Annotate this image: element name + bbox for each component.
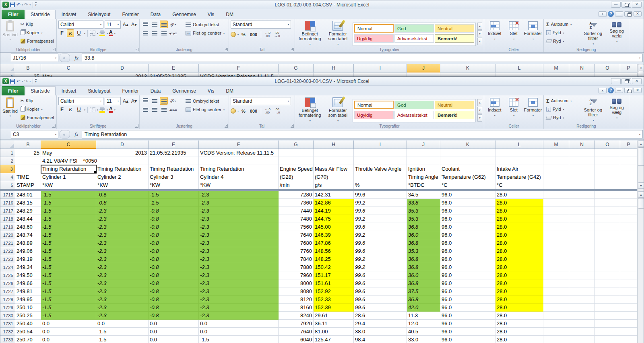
- cell-H5[interactable]: g/s: [314, 181, 354, 189]
- row-header-3[interactable]: 3: [0, 165, 15, 173]
- cell-D1726[interactable]: -2.3: [96, 279, 149, 287]
- cell-M1725[interactable]: [543, 271, 569, 279]
- cell-G1723[interactable]: 7840: [279, 255, 314, 263]
- cell-H1717[interactable]: 144.19: [314, 207, 354, 215]
- dialog-launcher-icon[interactable]: [52, 48, 56, 51]
- cell-I2[interactable]: [354, 157, 407, 165]
- cell-F1[interactable]: VCDS Version: Release 11.11.5: [199, 149, 279, 157]
- cell-B1723[interactable]: 249.19: [15, 255, 41, 263]
- cell-D1727[interactable]: -2.3: [96, 287, 149, 295]
- cell-N2[interactable]: [569, 157, 595, 165]
- chevron-down-icon[interactable]: ▾: [84, 32, 85, 35]
- cell-G1729[interactable]: 8160: [279, 304, 314, 312]
- cell-K1[interactable]: [440, 72, 495, 76]
- tab-gennemse[interactable]: Gennemse: [167, 86, 202, 95]
- cell-H1727[interactable]: 152.92: [314, 287, 354, 295]
- cell-L2[interactable]: [495, 157, 543, 165]
- cell-B1725[interactable]: 249.50: [15, 271, 41, 279]
- sort-filter-button[interactable]: Sorter og filtrer▾: [582, 97, 605, 122]
- gallery-down-button[interactable]: ▼: [477, 30, 482, 37]
- customize-qat-button[interactable]: ▾: [35, 2, 37, 7]
- cell-E1715[interactable]: -1.5: [149, 191, 199, 199]
- cell-O1729[interactable]: [595, 304, 620, 312]
- chevron-down-icon[interactable]: ▾: [107, 32, 108, 35]
- cut-button[interactable]: ✂Klip: [20, 97, 55, 105]
- dialog-launcher-icon[interactable]: [135, 124, 138, 128]
- cell-N1724[interactable]: [569, 263, 595, 271]
- undo-dropdown-icon[interactable]: ▾: [22, 80, 23, 83]
- insert-cells-button[interactable]: Indsæt▾: [486, 20, 504, 46]
- cell-O1722[interactable]: [595, 247, 620, 255]
- row-header-1718[interactable]: 1718: [0, 215, 15, 223]
- cell-L1730[interactable]: 28.0: [495, 312, 543, 320]
- tab-dm[interactable]: DM: [220, 10, 239, 19]
- cell-O1733[interactable]: [595, 336, 620, 343]
- cell-E1724[interactable]: -0.8: [149, 263, 199, 271]
- font-size-select[interactable]: 11▾: [105, 97, 121, 105]
- cell-C4[interactable]: Cylinder 1: [41, 173, 96, 181]
- column-header-G[interactable]: G: [279, 141, 314, 149]
- cell-O1732[interactable]: [595, 328, 620, 336]
- cell-P1718[interactable]: [620, 215, 637, 223]
- cell-C1728[interactable]: -1.5: [41, 295, 96, 304]
- column-header-P[interactable]: P: [620, 141, 637, 149]
- percent-style-button[interactable]: %: [240, 109, 247, 114]
- tab-gennemse[interactable]: Gennemse: [167, 10, 202, 19]
- cell-G1718[interactable]: 7480: [279, 215, 314, 223]
- cell-G1[interactable]: [279, 149, 314, 157]
- dialog-launcher-icon[interactable]: [52, 124, 56, 128]
- cell-M4[interactable]: [543, 173, 569, 181]
- cell-H1720[interactable]: 146.39: [314, 231, 354, 239]
- cell-O1718[interactable]: [595, 215, 620, 223]
- chevron-down-icon[interactable]: ▾: [107, 108, 108, 111]
- cell-K3[interactable]: Coolant: [440, 165, 495, 173]
- cell-N1725[interactable]: [569, 271, 595, 279]
- cell-F1731[interactable]: 0.0: [199, 320, 279, 328]
- cell-P1719[interactable]: [620, 223, 637, 231]
- close-button[interactable]: ✕: [632, 2, 642, 8]
- cell-D1715[interactable]: -0.8: [96, 191, 149, 199]
- chevron-down-icon[interactable]: ▾: [237, 33, 239, 36]
- percent-style-button[interactable]: %: [240, 32, 247, 37]
- cell-L1733[interactable]: 28.0: [495, 336, 543, 343]
- find-select-button[interactable]: Søg og vælg▾: [606, 97, 627, 122]
- cell-O1725[interactable]: [595, 271, 620, 279]
- cell-C3[interactable]: Timing Retardation: [41, 165, 96, 173]
- cell-style-normal[interactable]: Normal: [354, 101, 394, 109]
- cell-F1720[interactable]: -2.3: [199, 231, 279, 239]
- format-cells-button[interactable]: Formater▾: [524, 20, 542, 46]
- close-button[interactable]: ✕: [632, 78, 642, 84]
- cell-J1718[interactable]: 35.3: [407, 215, 440, 223]
- cell-K1732[interactable]: 96.0: [440, 328, 495, 336]
- cell-L5[interactable]: °C: [495, 181, 543, 189]
- borders-icon[interactable]: [90, 107, 95, 112]
- tab-vis[interactable]: Vis: [202, 86, 220, 95]
- cell-B1730[interactable]: 250.25: [15, 312, 41, 320]
- formula-input[interactable]: 33.8: [82, 54, 637, 62]
- column-header-I[interactable]: I: [354, 141, 407, 149]
- cell-D1728[interactable]: -2.3: [96, 295, 149, 304]
- column-header-F[interactable]: F: [199, 141, 279, 149]
- cell-D1733[interactable]: -1.5: [96, 336, 149, 343]
- cell-I3[interactable]: Throttle Valve Angle: [354, 165, 407, 173]
- cell-P1[interactable]: [620, 149, 637, 157]
- cell-L1721[interactable]: 28.0: [495, 239, 543, 247]
- excel-window-back[interactable]: X ↶▾ ↷▾ ▾ LOG-01-020-003-004.CSV - Micro…: [0, 0, 644, 76]
- column-header-P[interactable]: P: [620, 64, 637, 72]
- gallery-up-button[interactable]: ▲: [477, 23, 482, 30]
- cell-G1716[interactable]: 7360: [279, 199, 314, 207]
- cell-L1727[interactable]: 28.0: [495, 287, 543, 295]
- cell-M1731[interactable]: [543, 320, 569, 328]
- cell-K1715[interactable]: 96.0: [440, 191, 495, 199]
- cell-E1732[interactable]: 0.0: [149, 328, 199, 336]
- worksheet-back[interactable]: BCDEFGHIJKLMNOP125May201321:05:52:21935V…: [0, 64, 644, 76]
- scroll-down-button[interactable]: ▼: [638, 182, 644, 189]
- clear-button[interactable]: Ryd▾: [545, 114, 580, 122]
- cell-E1[interactable]: 21:05:52:21935: [149, 149, 199, 157]
- cell-D1729[interactable]: -2.3: [96, 304, 149, 312]
- column-header-N[interactable]: N: [569, 141, 595, 149]
- fill-button[interactable]: ↓Fyld▾: [545, 105, 580, 113]
- cell-K1731[interactable]: 96.0: [440, 320, 495, 328]
- cell-L3[interactable]: Intake Air: [495, 165, 543, 173]
- cell-P1721[interactable]: [620, 239, 637, 247]
